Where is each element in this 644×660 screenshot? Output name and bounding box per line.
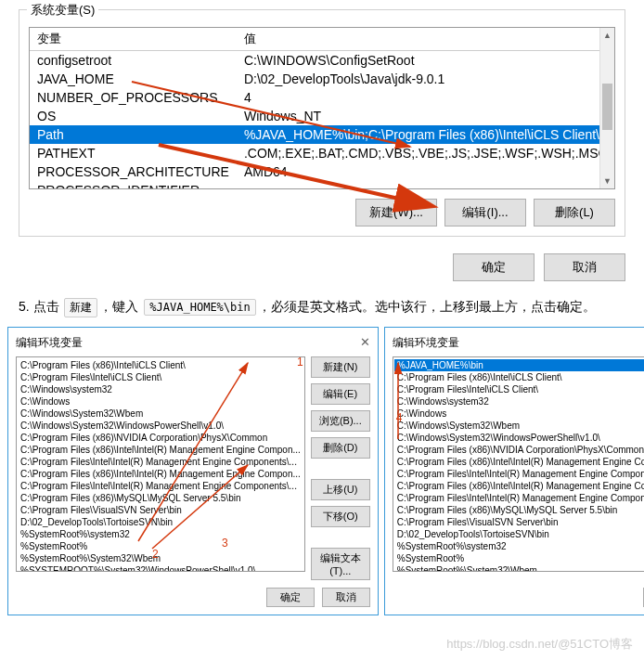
close-icon[interactable]: ✕ <box>360 335 370 351</box>
list-item[interactable]: C:\Program Files (x86)\NVIDIA Corporatio… <box>18 432 303 444</box>
dlg-edittext-button[interactable]: 编辑文本(T)... <box>311 548 370 580</box>
list-item[interactable]: C:\Program Files\VisualSVN Server\bin <box>18 504 303 516</box>
col-variable[interactable]: 变量 <box>30 28 237 51</box>
list-item[interactable]: C:\Program Files (x86)\MySQL\MySQL Serve… <box>394 504 644 516</box>
list-item[interactable]: D:\02_DevelopTools\TortoiseSVN\bin <box>394 528 644 540</box>
list-item[interactable]: %SystemRoot% <box>18 540 303 552</box>
ok-button[interactable]: 确定 <box>453 253 535 281</box>
new-button[interactable]: 新建(W)... <box>355 199 437 226</box>
list-item[interactable]: %SystemRoot% <box>394 552 644 564</box>
dlg-ok-button[interactable]: 确定 <box>266 588 315 607</box>
table-row[interactable]: OSWindows_NT <box>30 107 615 125</box>
list-item[interactable]: C:\Program Files (x86)\NVIDIA Corporatio… <box>394 444 644 456</box>
watermark: https://blog.csdn.net/@51CTO博客 <box>446 636 633 653</box>
list-item[interactable]: C:\Program Files (x86)\Intel\Intel(R) Ma… <box>18 468 303 480</box>
table-row[interactable]: PROCESSOR_ARCHITECTUREAMD64 <box>30 162 615 181</box>
table-row[interactable]: PROCESSOR_IDENTIFIER <box>30 181 615 189</box>
table-row[interactable]: JAVA_HOMED:\02_DevelopTools\Java\jdk-9.0… <box>30 70 615 88</box>
list-item[interactable]: C:\Program Files (x86)\MySQL\MySQL Serve… <box>18 492 303 504</box>
dlg-cancel-button[interactable]: 取消 <box>322 588 370 607</box>
dlg-delete-button[interactable]: 删除(D) <box>311 437 370 459</box>
list-item[interactable]: C:\Windows\System32\WindowsPowerShell\v1… <box>18 420 303 432</box>
variables-table-container: 变量 值 configsetrootC:\WINDOWS\ConfigSetRo… <box>29 27 615 189</box>
edit-env-dialog-left: 编辑环境变量 ✕ C:\Program Files (x86)\Intel\iC… <box>7 327 379 615</box>
table-row[interactable]: NUMBER_OF_PROCESSORS4 <box>30 88 615 107</box>
list-item[interactable]: C:\Program Files (x86)\Intel\iCLS Client… <box>394 371 644 383</box>
group-title: 系统变量(S) <box>27 2 98 19</box>
list-item[interactable]: %SystemRoot%\System32\Wbem <box>394 564 644 572</box>
dlg-up-button[interactable]: 上移(U) <box>311 479 370 500</box>
table-row[interactable]: PATHEXT.COM;.EXE;.BAT;.CMD;.VBS;.VBE;.JS… <box>30 144 615 162</box>
list-item[interactable]: %SYSTEMROOT%\System32\WindowsPowerShell\… <box>18 564 303 572</box>
system-variables-group: 系统变量(S) 变量 值 configsetrootC:\WINDOWS\Con… <box>19 9 625 237</box>
list-item[interactable]: C:\Program Files (x86)\Intel\iCLS Client… <box>18 359 303 371</box>
scroll-down-icon[interactable]: ▼ <box>600 174 614 188</box>
anno-1: 1 <box>297 356 303 369</box>
list-item[interactable]: C:\Program Files\Intel\iCLS Client\ <box>18 371 303 383</box>
dlg-new-button[interactable]: 新建(N) <box>311 356 370 378</box>
list-item[interactable]: C:\Windows\System32\WindowsPowerShell\v1… <box>394 432 644 444</box>
kbd-path: %JAVA_HOME%\bin <box>144 299 255 316</box>
list-item[interactable]: C:\Windows\System32\Wbem <box>394 420 644 432</box>
list-item[interactable]: C:\Program Files (x86)\Intel\Intel(R) Ma… <box>394 480 644 492</box>
cancel-button[interactable]: 取消 <box>544 253 625 281</box>
variables-table[interactable]: 变量 值 configsetrootC:\WINDOWS\ConfigSetRo… <box>30 28 615 189</box>
list-item[interactable]: C:\Windows\system32 <box>394 395 644 408</box>
list-item[interactable]: C:\Program Files\Intel\Intel(R) Manageme… <box>18 480 303 492</box>
list-item[interactable]: D:\02_DevelopTools\TortoiseSVN\bin <box>18 516 303 528</box>
list-item[interactable]: C:\Windows <box>18 395 303 408</box>
table-row[interactable]: configsetrootC:\WINDOWS\ConfigSetRoot <box>30 51 615 71</box>
kbd-new: 新建 <box>64 298 97 317</box>
anno-3: 3 <box>222 537 228 550</box>
list-item[interactable]: %SystemRoot%\System32\Wbem <box>18 552 303 564</box>
list-item[interactable]: %SystemRoot%\system32 <box>18 528 303 540</box>
scroll-thumb[interactable] <box>602 84 612 130</box>
list-item[interactable]: C:\Windows <box>394 408 644 420</box>
dlg-browse-button[interactable]: 浏览(B)... <box>311 410 370 432</box>
edit-env-dialog-right: 编辑环境变量 ✕ %JAVA_HOME%\binC:\Program Files… <box>384 327 644 615</box>
path-list-left[interactable]: C:\Program Files (x86)\Intel\iCLS Client… <box>16 356 305 572</box>
list-item[interactable]: C:\Windows\system32 <box>18 383 303 395</box>
anno-2: 2 <box>152 548 159 561</box>
dialog-title: 编辑环境变量 <box>393 335 459 351</box>
list-item[interactable]: C:\Program Files (x86)\Intel\Intel(R) Ma… <box>18 444 303 456</box>
list-item[interactable]: C:\Program Files\Intel\Intel(R) Manageme… <box>394 492 644 504</box>
edit-button[interactable]: 编辑(I)... <box>444 199 526 226</box>
dlg-edit-button[interactable]: 编辑(E) <box>311 383 370 405</box>
list-item[interactable]: C:\Program Files\Intel\Intel(R) Manageme… <box>18 456 303 468</box>
col-value[interactable]: 值 <box>237 28 615 51</box>
scrollbar[interactable]: ▲ ▼ <box>599 28 614 188</box>
list-item[interactable]: C:\Program Files (x86)\Intel\Intel(R) Ma… <box>394 456 644 468</box>
list-item[interactable]: %JAVA_HOME%\bin <box>394 359 644 371</box>
table-row[interactable]: Path%JAVA_HOME%\bin;C:\Program Files (x8… <box>30 125 615 144</box>
path-list-right[interactable]: %JAVA_HOME%\binC:\Program Files (x86)\In… <box>393 356 644 572</box>
scroll-up-icon[interactable]: ▲ <box>600 28 614 43</box>
list-item[interactable]: C:\Program Files\VisualSVN Server\bin <box>394 516 644 528</box>
dlg-down-button[interactable]: 下移(O) <box>311 506 370 527</box>
instruction-text: 5. 点击 新建，键入 %JAVA_HOME%\bin，必须是英文格式。选中该行… <box>19 298 625 317</box>
delete-button[interactable]: 删除(L) <box>534 199 615 226</box>
list-item[interactable]: C:\Windows\System32\Wbem <box>18 408 303 420</box>
list-item[interactable]: C:\Program Files\Intel\Intel(R) Manageme… <box>394 468 644 480</box>
list-item[interactable]: %SystemRoot%\system32 <box>394 540 644 552</box>
anno-4: 4 <box>396 411 403 424</box>
dialog-title: 编辑环境变量 <box>16 335 83 351</box>
list-item[interactable]: C:\Program Files\Intel\iCLS Client\ <box>394 383 644 395</box>
